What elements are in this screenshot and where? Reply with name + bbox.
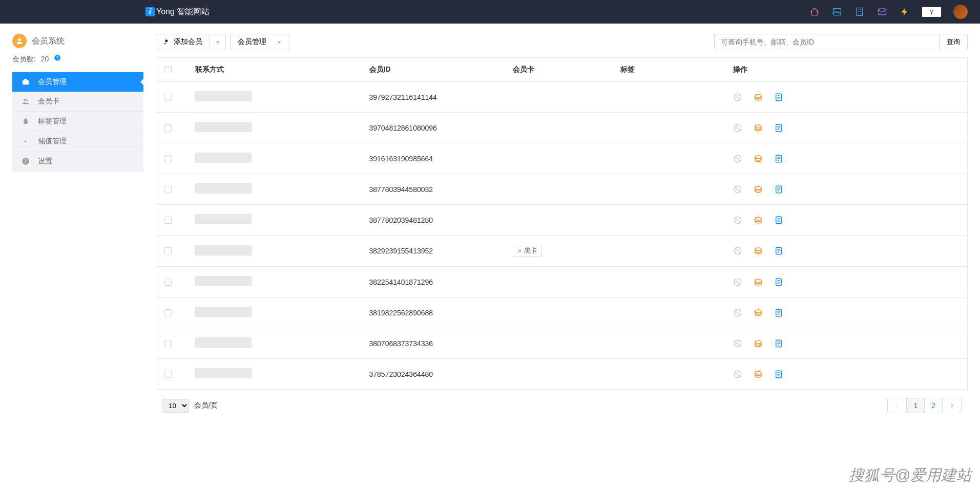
content-area: 添加会员 会员管理 查询 联系方式	[156, 34, 968, 413]
chevron-down-icon	[277, 39, 282, 45]
search-container: 查询	[714, 34, 968, 50]
row-checkbox[interactable]	[164, 94, 172, 101]
page-2[interactable]: 2	[925, 398, 943, 413]
col-header-id: 会员ID	[361, 58, 505, 82]
building-icon[interactable]	[854, 7, 865, 17]
user-plus-icon	[163, 38, 171, 46]
svg-point-8	[26, 99, 28, 101]
search-button[interactable]: 查询	[940, 34, 968, 50]
member-table: 联系方式 会员ID 会员卡 标签 操作 39792732116141144 39…	[156, 57, 968, 390]
card-tag[interactable]: ✕黑卡	[513, 245, 542, 257]
sidebar-item-member-manage[interactable]: 会员管理	[12, 72, 143, 92]
help-icon[interactable]: ?	[54, 55, 61, 63]
masked-contact	[195, 91, 252, 101]
document-icon[interactable]	[774, 278, 783, 287]
page-1[interactable]: 1	[907, 398, 925, 413]
brand-name: Yong	[156, 7, 175, 16]
chevron-down-icon	[215, 39, 220, 45]
document-icon[interactable]	[774, 185, 783, 194]
page-next[interactable]	[943, 398, 961, 413]
table-footer: 10 会员/页 1 2	[156, 398, 968, 413]
svg-point-34	[755, 310, 761, 313]
document-icon[interactable]	[774, 216, 783, 225]
member-manage-dropdown[interactable]: 会员管理	[230, 34, 289, 50]
coin-icon[interactable]	[754, 123, 763, 133]
select-all-checkbox[interactable]	[164, 66, 172, 73]
row-checkbox[interactable]	[164, 155, 172, 162]
info-icon: i	[20, 157, 31, 165]
add-member-dropdown[interactable]	[210, 34, 226, 50]
coin-icon[interactable]	[754, 154, 763, 163]
document-icon[interactable]	[774, 246, 783, 255]
sidebar-item-settings[interactable]: i 设置	[12, 152, 143, 172]
coin-icon[interactable]	[754, 246, 763, 255]
row-checkbox[interactable]	[164, 124, 172, 132]
ban-icon[interactable]	[733, 93, 742, 102]
coin-icon[interactable]	[754, 216, 763, 225]
add-member-button[interactable]: 添加会员	[156, 34, 210, 50]
row-checkbox[interactable]	[164, 217, 172, 224]
ban-icon[interactable]	[733, 154, 742, 163]
home-icon[interactable]	[809, 7, 820, 17]
sidebar-title: 会员系统	[32, 36, 65, 47]
svg-point-25	[755, 217, 761, 220]
logo-badge-icon: i	[145, 7, 155, 16]
pagination: 1 2	[887, 398, 962, 413]
row-checkbox[interactable]	[164, 340, 172, 347]
coin-icon[interactable]	[754, 370, 763, 379]
logo[interactable]: i Yong 智能网站	[145, 7, 210, 17]
coin-icon[interactable]	[754, 93, 763, 102]
sidebar-item-member-card[interactable]: 会员卡	[12, 92, 143, 112]
document-icon[interactable]	[774, 339, 783, 348]
ban-icon[interactable]	[733, 370, 742, 379]
ban-icon[interactable]	[733, 278, 742, 287]
coin-icon[interactable]	[754, 339, 763, 348]
search-input[interactable]	[714, 34, 940, 50]
sidebar-item-recharge-manage[interactable]: 储值管理	[12, 132, 143, 152]
member-id-cell: 3877803944580032	[361, 174, 505, 205]
briefcase-icon	[20, 78, 31, 86]
ban-icon[interactable]	[733, 339, 742, 348]
ban-icon[interactable]	[733, 123, 742, 133]
sidebar: 会员系统 会员数: 20 ? 会员管理 会员卡	[12, 34, 143, 413]
page-size-select[interactable]: 10	[162, 399, 189, 413]
svg-text:i: i	[25, 159, 27, 164]
coin-icon[interactable]	[754, 308, 763, 317]
ban-icon[interactable]	[733, 185, 742, 194]
sidebar-item-label: 会员管理	[38, 77, 67, 87]
close-icon[interactable]: ✕	[517, 248, 522, 254]
ban-icon[interactable]	[733, 308, 742, 317]
coin-icon[interactable]	[754, 185, 763, 194]
row-checkbox[interactable]	[164, 279, 172, 286]
add-member-group: 添加会员	[156, 34, 226, 50]
ban-icon[interactable]	[733, 216, 742, 225]
row-checkbox[interactable]	[164, 371, 172, 378]
document-icon[interactable]	[774, 308, 783, 317]
document-icon[interactable]	[774, 123, 783, 133]
document-icon[interactable]	[774, 93, 783, 102]
svg-point-40	[755, 371, 761, 374]
mail-icon[interactable]	[877, 7, 887, 17]
document-icon[interactable]	[774, 154, 783, 163]
svg-rect-2	[879, 9, 886, 15]
document-icon[interactable]	[774, 370, 783, 379]
users-icon	[20, 97, 31, 105]
user-icon	[12, 34, 27, 48]
svg-rect-6	[23, 80, 29, 85]
member-id-cell: 39792732116141144	[361, 82, 505, 113]
coin-icon[interactable]	[754, 278, 763, 287]
nav-icons: Y	[809, 5, 968, 19]
ban-icon[interactable]	[733, 246, 742, 255]
row-checkbox[interactable]	[164, 309, 172, 316]
masked-contact	[195, 307, 252, 317]
avatar[interactable]	[953, 5, 968, 19]
row-checkbox[interactable]	[164, 247, 172, 254]
row-checkbox[interactable]	[164, 186, 172, 193]
sidebar-header: 会员系统	[12, 34, 143, 48]
image-icon[interactable]	[832, 7, 842, 17]
page-prev[interactable]	[888, 398, 907, 413]
sidebar-item-tag-manage[interactable]: 标签管理	[12, 112, 143, 132]
user-label[interactable]: Y	[922, 7, 941, 17]
table-row: 3916163190985664	[156, 143, 968, 174]
lightning-icon[interactable]	[900, 7, 910, 17]
